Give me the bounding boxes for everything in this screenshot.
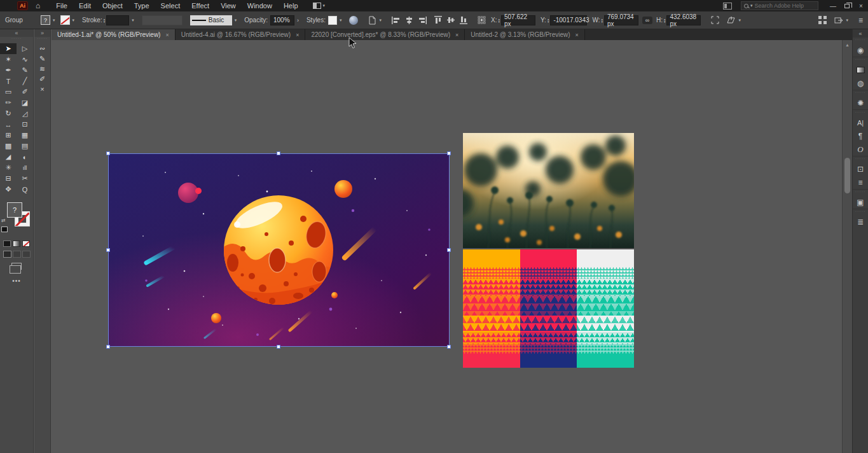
align-left-icon[interactable]: [392, 17, 400, 24]
artboards-panel-icon[interactable]: ⊡: [853, 162, 868, 176]
drag-handle[interactable]: ·····: [0, 37, 33, 42]
opacity-arrow-icon[interactable]: ›: [297, 17, 299, 24]
tab-untitled-2[interactable]: Untitled-2 @ 3.13% (RGB/Preview) ×: [465, 29, 585, 40]
link-dimensions-icon[interactable]: ∞: [642, 17, 652, 24]
x-field[interactable]: 507.622 px: [501, 15, 535, 25]
chevron-down-icon[interactable]: ▾: [379, 18, 382, 23]
tool-eyedropper[interactable]: ◢: [0, 151, 17, 162]
recolor-artwork-icon[interactable]: [349, 16, 358, 25]
menu-view[interactable]: View: [215, 1, 242, 11]
artwork-sunset-flowers[interactable]: [463, 133, 634, 248]
paragraph-panel-icon[interactable]: ¶: [853, 129, 868, 143]
drag-handle[interactable]: ·····: [34, 37, 50, 42]
align-right-icon[interactable]: [418, 17, 427, 24]
tab-untitled-4[interactable]: Untitled-4.ai @ 16.67% (RGB/Preview) ×: [176, 29, 306, 40]
artwork-halftone-panels[interactable]: [463, 249, 634, 368]
none-button[interactable]: [22, 240, 30, 247]
tool-width[interactable]: ↔: [0, 119, 17, 130]
menu-object[interactable]: Object: [97, 1, 128, 11]
stroke-swatch[interactable]: [60, 15, 70, 25]
menu-type[interactable]: Type: [128, 1, 155, 11]
tool-line-segment[interactable]: ╱: [17, 76, 33, 87]
tab-close-icon[interactable]: ×: [575, 32, 579, 38]
character-panel-icon[interactable]: A|: [853, 116, 868, 129]
tool-column-graph[interactable]: ıll: [17, 162, 33, 173]
opacity-field[interactable]: 100%: [270, 15, 294, 25]
align-center-icon[interactable]: [405, 17, 413, 24]
tool-zoom[interactable]: Q: [17, 184, 33, 195]
panel-menu-icon[interactable]: ≡: [858, 16, 863, 25]
tool-lasso[interactable]: ∿: [17, 54, 33, 65]
tool-blend[interactable]: ◐: [17, 151, 33, 162]
w-field[interactable]: 769.0734 px: [604, 15, 638, 25]
tool-paintbrush[interactable]: ✐: [17, 87, 33, 97]
selection-handle-tm[interactable]: [277, 151, 280, 155]
draw-inside-button[interactable]: [22, 251, 31, 258]
tool-shaper[interactable]: ✏: [0, 97, 17, 108]
tool-knife[interactable]: ✐: [34, 74, 50, 84]
drag-handle[interactable]: ·····: [853, 211, 868, 215]
selection-handle-tr[interactable]: [447, 151, 451, 155]
artwork-space-planet[interactable]: [108, 153, 450, 347]
draw-normal-button[interactable]: [3, 251, 11, 258]
isolate-icon[interactable]: [834, 17, 843, 24]
tool-path-eraser[interactable]: ≋: [34, 64, 50, 74]
tool-shape-builder[interactable]: ⊞: [0, 130, 17, 141]
dock-collapse[interactable]: «: [853, 29, 868, 38]
stroke-weight-stepper[interactable]: ▴▾: [104, 18, 106, 23]
tool-free-transform[interactable]: ⊡: [17, 119, 33, 130]
selection-handle-bl[interactable]: [106, 345, 110, 349]
color-button[interactable]: [3, 240, 11, 247]
chevron-down-icon[interactable]: ▾: [235, 18, 237, 23]
scroll-up-icon[interactable]: ▲: [843, 40, 852, 47]
restore-button[interactable]: [840, 0, 854, 11]
workspace-switcher[interactable]: ▾: [313, 3, 326, 9]
pathfinder-panel-icon[interactable]: ▣: [853, 195, 868, 209]
toolbar-extra-collapse[interactable]: »: [34, 29, 50, 37]
align-middle-icon[interactable]: [447, 16, 455, 24]
layers-panel-icon[interactable]: ≣: [853, 215, 868, 228]
color-panel-icon[interactable]: ◉: [853, 43, 868, 57]
chevron-down-icon[interactable]: ▾: [72, 18, 75, 23]
chevron-down-icon[interactable]: ▾: [53, 18, 55, 23]
tool-hand[interactable]: ✥: [0, 184, 17, 195]
document-setup-icon[interactable]: [368, 16, 376, 25]
tool-slice[interactable]: ✂: [17, 173, 33, 184]
drag-handle[interactable]: ·····: [853, 158, 868, 162]
tab-untitled-1[interactable]: Untitled-1.ai* @ 50% (RGB/Preview) ×: [52, 29, 176, 40]
gradient-panel-icon[interactable]: [853, 63, 868, 76]
shear-icon[interactable]: [727, 17, 736, 24]
selection-handle-bm[interactable]: [277, 345, 280, 349]
menu-edit[interactable]: Edit: [73, 1, 97, 11]
reference-point-icon[interactable]: [478, 16, 486, 24]
tool-type[interactable]: T: [0, 76, 17, 87]
h-stepper[interactable]: ▴▾: [664, 18, 666, 23]
screen-mode-icon[interactable]: [11, 263, 22, 270]
tool-eraser[interactable]: ◪: [17, 97, 33, 108]
align-top-icon[interactable]: [434, 16, 442, 24]
appearance-panel-icon[interactable]: ✺: [853, 96, 868, 109]
x-stepper[interactable]: ▴▾: [498, 18, 500, 23]
align-panel-icon[interactable]: ≡: [853, 176, 868, 189]
chevron-down-icon[interactable]: ▾: [846, 18, 848, 23]
color-guide-panel-icon[interactable]: ◍: [853, 76, 868, 90]
tool-selection[interactable]: ➤: [0, 43, 17, 54]
transform-tiles-icon[interactable]: [818, 16, 827, 24]
swap-fill-stroke-icon[interactable]: ⇄: [1, 218, 6, 223]
h-field[interactable]: 432.6038 px: [666, 15, 701, 25]
opentype-panel-icon[interactable]: O: [853, 143, 868, 156]
style-swatch[interactable]: [328, 16, 337, 25]
selection-handle-br[interactable]: [447, 345, 451, 349]
tool-direct-selection[interactable]: ▷: [17, 43, 33, 54]
fill-color-well[interactable]: ?: [7, 202, 22, 218]
vertical-scrollbar[interactable]: ▲: [842, 40, 852, 453]
menu-effect[interactable]: Effect: [186, 1, 215, 11]
y-field[interactable]: -10017.0343: [550, 15, 587, 25]
chevron-down-icon[interactable]: ▾: [738, 18, 741, 23]
tab-close-icon[interactable]: ×: [165, 32, 169, 38]
chevron-down-icon[interactable]: ▾: [340, 18, 342, 23]
gradient-button[interactable]: [13, 240, 20, 247]
arrange-documents-icon[interactable]: [723, 3, 732, 10]
w-stepper[interactable]: ▴▾: [601, 18, 603, 23]
toolbar-collapse[interactable]: «: [0, 29, 33, 37]
